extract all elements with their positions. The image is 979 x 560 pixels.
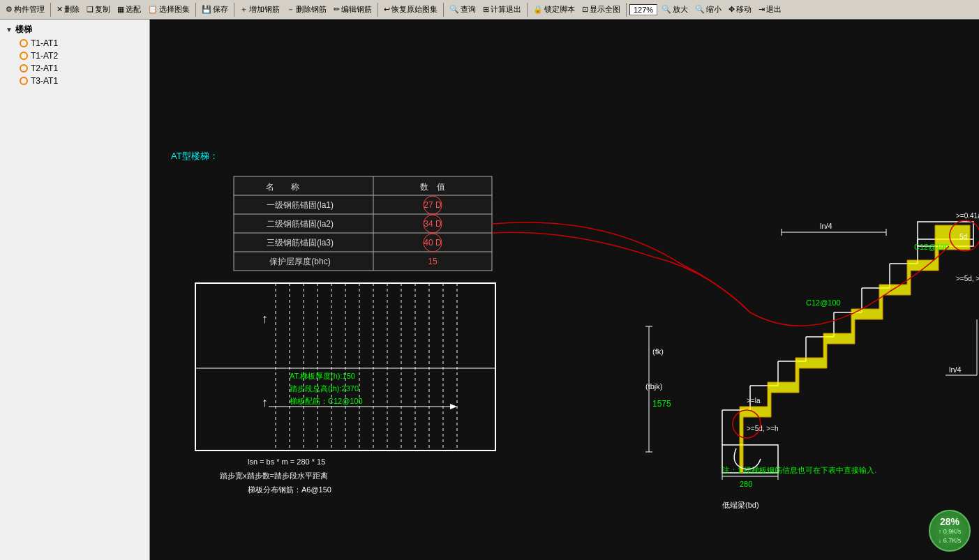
tree-root: ▼ 楼梯 T1-AT1 T1-AT2 T2-AT1 T3-AT bbox=[0, 20, 149, 90]
calc-exit-icon: ⊞ bbox=[483, 5, 489, 14]
show-all-icon: ⊡ bbox=[582, 5, 588, 14]
delete-icon: ✕ bbox=[57, 5, 63, 14]
restore-icon: ↩ bbox=[384, 5, 390, 14]
component-manage-button[interactable]: ⚙ 构件管理 bbox=[3, 3, 47, 16]
svg-text:ln/4: ln/4 bbox=[949, 365, 962, 374]
svg-text:15: 15 bbox=[428, 257, 438, 266]
zoom-out-button[interactable]: 🔍 缩小 bbox=[692, 3, 724, 16]
svg-text:数　值: 数 值 bbox=[420, 182, 445, 192]
gear-icon-t1at2 bbox=[20, 52, 28, 60]
edit-rebar-icon: ✏ bbox=[334, 5, 340, 14]
svg-text:保护层厚度(bhc): 保护层厚度(bhc) bbox=[269, 257, 330, 266]
status-speed: ↑ 0.9K/s ↓ 6.7K/s bbox=[939, 527, 962, 545]
svg-text:40 D: 40 D bbox=[424, 238, 442, 248]
canvas-area[interactable]: AT型楼梯： 名 称 数 值 一级钢筋锚固(la1) 27 D 二级钢筋锚固(l… bbox=[150, 20, 979, 560]
gear-icon-t1at1 bbox=[20, 39, 28, 47]
atlas-icon: 📋 bbox=[148, 5, 158, 14]
separator2 bbox=[195, 3, 196, 17]
gear-icon-t3at1 bbox=[20, 77, 28, 85]
exit-icon: ⇥ bbox=[758, 5, 765, 14]
sidebar-item-t1at2[interactable]: T1-AT2 bbox=[17, 50, 147, 62]
component-icon: ⚙ bbox=[6, 5, 13, 14]
show-all-button[interactable]: ⊡ 显示全图 bbox=[579, 3, 623, 16]
delete-button[interactable]: ✕ 删除 bbox=[54, 3, 82, 16]
svg-text:踏步宽x踏步数=踏步段水平距离: 踏步宽x踏步数=踏步段水平距离 bbox=[220, 471, 328, 480]
svg-text:>=la: >=la bbox=[747, 397, 761, 404]
svg-text:280: 280 bbox=[740, 480, 752, 488]
separator4 bbox=[378, 3, 378, 17]
move-icon: ✥ bbox=[728, 5, 735, 14]
down-arrow-icon: ↓ bbox=[939, 537, 942, 544]
svg-text:名　　称: 名 称 bbox=[266, 182, 299, 192]
add-rebar-icon: ＋ bbox=[240, 4, 248, 15]
tree-children: T1-AT1 T1-AT2 T2-AT1 T3-AT1 bbox=[3, 37, 147, 87]
sidebar-label-t3at1: T3-AT1 bbox=[31, 76, 58, 86]
calc-exit-button[interactable]: ⊞ 计算退出 bbox=[480, 3, 524, 16]
zoom-in-icon: 🔍 bbox=[662, 5, 671, 14]
svg-text:AT型楼梯：: AT型楼梯： bbox=[171, 151, 218, 161]
expand-icon: ▼ bbox=[6, 26, 13, 33]
save-button[interactable]: 💾 保存 bbox=[199, 3, 231, 16]
main-layout: ▼ 楼梯 T1-AT1 T1-AT2 T2-AT1 T3-AT bbox=[0, 20, 979, 560]
delete-rebar-button[interactable]: － 删除钢筋 bbox=[284, 3, 329, 16]
restore-button[interactable]: ↩ 恢复原始图集 bbox=[381, 3, 440, 16]
sidebar: ▼ 楼梯 T1-AT1 T1-AT2 T2-AT1 T3-AT bbox=[0, 20, 150, 560]
sidebar-item-t2at1[interactable]: T2-AT1 bbox=[17, 62, 147, 75]
sidebar-root-item[interactable]: ▼ 楼梯 bbox=[3, 22, 147, 37]
status-percent: 28% bbox=[940, 516, 959, 527]
svg-text:(fk): (fk) bbox=[652, 347, 664, 356]
svg-text:34 D: 34 D bbox=[424, 219, 442, 229]
svg-text:二级钢筋锚固(la2): 二级钢筋锚固(la2) bbox=[267, 219, 334, 229]
svg-text:AT.梯板厚度(h):150: AT.梯板厚度(h):150 bbox=[290, 372, 355, 380]
move-button[interactable]: ✥ 移动 bbox=[726, 3, 754, 16]
separator5 bbox=[443, 3, 444, 17]
svg-text:>=5d,  >=h: >=5d, >=h bbox=[956, 275, 979, 282]
svg-text:梯板配筋：C12@100: 梯板配筋：C12@100 bbox=[289, 397, 363, 405]
separator6 bbox=[527, 3, 528, 17]
svg-text:↑: ↑ bbox=[262, 395, 268, 409]
toolbar: ⚙ 构件管理 ✕ 删除 ❑ 复制 ▦ 选配 📋 选择图集 💾 保存 ＋ 增加钢筋… bbox=[0, 0, 979, 20]
save-icon: 💾 bbox=[202, 5, 211, 14]
svg-text:ln/4: ln/4 bbox=[820, 222, 832, 230]
svg-text:lsn = bs * m = 280 * 15: lsn = bs * m = 280 * 15 bbox=[248, 457, 325, 466]
lock-button[interactable]: 🔒 锁定脚本 bbox=[530, 3, 578, 16]
zoom-out-icon: 🔍 bbox=[695, 5, 705, 14]
svg-text:一级钢筋锚固(la1): 一级钢筋锚固(la1) bbox=[267, 200, 334, 210]
svg-text:1575: 1575 bbox=[652, 399, 671, 409]
drawing-canvas: AT型楼梯： 名 称 数 值 一级钢筋锚固(la1) 27 D 二级钢筋锚固(l… bbox=[150, 20, 979, 560]
svg-text:C12@100: C12@100 bbox=[806, 298, 841, 307]
copy-icon: ❑ bbox=[87, 5, 94, 14]
svg-text:踏步段总高(th):2370: 踏步段总高(th):2370 bbox=[290, 384, 359, 393]
sidebar-label-t1at1: T1-AT1 bbox=[31, 38, 58, 48]
query-icon: 🔍 bbox=[449, 5, 459, 14]
separator7 bbox=[626, 3, 627, 17]
add-rebar-button[interactable]: ＋ 增加钢筋 bbox=[237, 3, 283, 16]
sidebar-item-t3at1[interactable]: T3-AT1 bbox=[17, 75, 147, 87]
status-circle: 28% ↑ 0.9K/s ↓ 6.7K/s bbox=[929, 510, 971, 552]
separator3 bbox=[234, 3, 234, 17]
query-button[interactable]: 🔍 查询 bbox=[447, 3, 479, 16]
sidebar-item-t1at1[interactable]: T1-AT1 bbox=[17, 37, 147, 50]
zoom-in-button[interactable]: 🔍 放大 bbox=[659, 3, 691, 16]
edit-rebar-button[interactable]: ✏ 编辑钢筋 bbox=[331, 3, 375, 16]
zoom-level-display: 127% bbox=[629, 4, 657, 15]
sidebar-root-label: 楼梯 bbox=[15, 24, 32, 36]
gear-icon-t2at1 bbox=[20, 64, 28, 73]
copy-button[interactable]: ❑ 复制 bbox=[84, 3, 113, 16]
select-icon: ▦ bbox=[117, 5, 124, 14]
svg-text:>=5d, >=h: >=5d, >=h bbox=[747, 425, 779, 432]
svg-text:↑: ↑ bbox=[262, 312, 268, 326]
svg-text:5d: 5d bbox=[959, 233, 967, 241]
lock-icon: 🔒 bbox=[533, 5, 543, 14]
up-arrow-icon: ↑ bbox=[939, 528, 942, 535]
svg-text:三级钢筋锚固(la3): 三级钢筋锚固(la3) bbox=[267, 238, 334, 248]
svg-text:注：1.楼梯板钢筋信息也可在下表中直接输入.: 注：1.楼梯板钢筋信息也可在下表中直接输入. bbox=[722, 466, 876, 474]
atlas-button[interactable]: 📋 选择图集 bbox=[145, 3, 193, 16]
exit-button[interactable]: ⇥ 退出 bbox=[756, 3, 784, 16]
sidebar-label-t1at2: T1-AT2 bbox=[31, 51, 58, 61]
separator bbox=[50, 3, 51, 17]
svg-text:(tbjk): (tbjk) bbox=[645, 382, 662, 391]
select-button[interactable]: ▦ 选配 bbox=[114, 3, 144, 16]
svg-text:C12@100: C12@100 bbox=[914, 243, 949, 251]
svg-text:梯板分布钢筋：A6@150: 梯板分布钢筋：A6@150 bbox=[247, 485, 331, 494]
